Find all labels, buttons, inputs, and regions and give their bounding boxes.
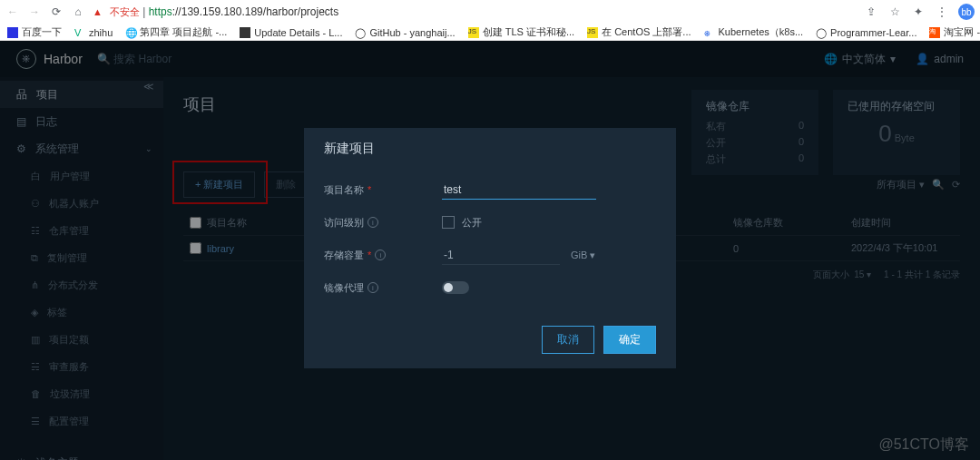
bookmarks-bar: 百度一下 Vzhihu 🌐第四章 项目起航 -... Update Detail… <box>0 24 980 41</box>
ok-button[interactable]: 确定 <box>603 326 656 354</box>
access-label: 访问级别i <box>324 216 442 230</box>
nav-toolbar: ← → ⟳ ⌂ ▲ 不安全 | https://139.159.180.189/… <box>0 0 980 24</box>
share-icon[interactable]: ⇪ <box>864 5 878 19</box>
public-checkbox[interactable] <box>442 216 455 229</box>
bookmark[interactable]: Vzhihu <box>74 27 113 38</box>
extensions-icon[interactable]: ✦ <box>911 5 926 19</box>
bookmark[interactable]: ◯GitHub - yanghaij... <box>355 27 455 38</box>
url-bar[interactable]: 不安全 | https://139.159.180.189/harbor/pro… <box>110 5 338 19</box>
info-icon[interactable]: i <box>368 282 378 293</box>
info-icon[interactable]: i <box>368 217 378 228</box>
star-icon[interactable]: ☆ <box>887 5 902 19</box>
modal-overlay: 新建项目 项目名称* 访问级别i 公开 存储容量*i -1GiB ▾ 镜像代理i… <box>0 41 980 460</box>
cancel-button[interactable]: 取消 <box>542 326 594 354</box>
bookmark[interactable]: 淘淘宝网 - 淘！我喜欢 <box>929 25 980 39</box>
info-icon[interactable]: i <box>375 250 386 260</box>
bookmark[interactable]: 百度一下 <box>7 25 62 39</box>
bookmark[interactable]: JS创建 TLS 证书和秘... <box>468 25 574 39</box>
bookmark[interactable]: ⎈Kubernetes（k8s... <box>704 25 804 39</box>
proxy-label: 镜像代理i <box>324 281 442 295</box>
browser-chrome: ← → ⟳ ⌂ ▲ 不安全 | https://139.159.180.189/… <box>0 0 980 41</box>
home-icon[interactable]: ⌂ <box>71 5 85 19</box>
watermark: @51CTO博客 <box>878 436 969 455</box>
project-name-input[interactable] <box>442 181 596 200</box>
bookmark[interactable]: JS在 CentOS 上部署... <box>587 25 691 39</box>
name-label: 项目名称* <box>324 183 442 197</box>
menu-icon[interactable]: ⋮ <box>935 5 949 19</box>
modal-title: 新建项目 <box>324 141 656 157</box>
harbor-app: ⛯ Harbor 🔍 搜索 Harbor 🌐 中文简体 ▾ 👤 admin ≪ … <box>0 41 980 460</box>
quota-input[interactable]: -1 <box>442 246 560 265</box>
insecure-icon: ▲ <box>93 6 103 17</box>
bookmark[interactable]: 🌐第四章 项目起航 -... <box>125 25 227 39</box>
profile-avatar[interactable]: bb <box>958 4 975 20</box>
proxy-toggle[interactable] <box>442 281 469 294</box>
forward-icon: → <box>27 5 42 19</box>
bookmark[interactable]: Update Details - L... <box>240 27 342 38</box>
bookmark[interactable]: ◯Programmer-Lear... <box>816 27 916 38</box>
new-project-modal: 新建项目 项目名称* 访问级别i 公开 存储容量*i -1GiB ▾ 镜像代理i… <box>304 128 676 368</box>
quota-label: 存储容量*i <box>324 249 442 262</box>
back-icon[interactable]: ← <box>5 5 20 19</box>
quota-unit-select[interactable]: GiB ▾ <box>571 250 595 261</box>
reload-icon[interactable]: ⟳ <box>49 5 64 19</box>
